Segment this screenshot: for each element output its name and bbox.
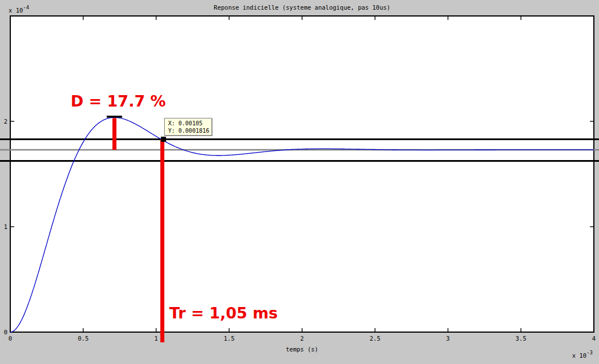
- datatip-anchor-marker[interactable]: [161, 137, 166, 142]
- y-scale-exponent: -4: [23, 5, 29, 10]
- overshoot-annotation: D = 17.7 %: [71, 93, 166, 109]
- y-tick-label: 1: [4, 223, 7, 230]
- datatip-x-value: X: 0.00105: [168, 120, 211, 127]
- y-tick-label: 2: [4, 118, 7, 125]
- x-axis-label: temps (s): [10, 346, 594, 353]
- y-scale-base: x 10: [9, 7, 23, 14]
- rise-time-annotation: Tr = 1,05 ms: [169, 305, 278, 321]
- x-tick-label: 2.5: [370, 335, 381, 342]
- x-tick-label: 0: [9, 335, 12, 342]
- matlab-figure-window: 00.511.522.533.54012 Reponse indicielle …: [0, 0, 599, 364]
- x-tick-label: 1: [154, 335, 158, 342]
- axes-box: [10, 16, 594, 332]
- x-tick-label: 3.5: [516, 335, 527, 342]
- x-tick-label: 4: [592, 335, 596, 342]
- x-tick-label: 1.5: [224, 335, 235, 342]
- x-tick-label: 0.5: [78, 335, 89, 342]
- y-axis-scale-label: x 10-4: [9, 5, 29, 14]
- x-tick-label: 3: [446, 335, 450, 342]
- x-scale-base: x 10: [572, 352, 586, 359]
- x-tick-label: 2: [300, 335, 304, 342]
- plot-area: 00.511.522.533.54012: [0, 0, 599, 364]
- y-tick-label: 0: [4, 329, 7, 336]
- chart-title: Reponse indicielle (systeme analogique, …: [10, 4, 594, 11]
- datatip-box[interactable]: X: 0.00105 Y: 0.0001816: [164, 118, 212, 136]
- datatip-y-value: Y: 0.0001816: [168, 127, 211, 134]
